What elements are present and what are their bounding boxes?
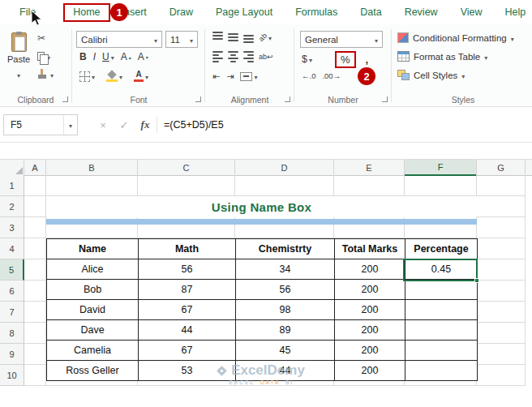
tab-home[interactable]: Home <box>63 3 109 22</box>
row-header-6[interactable]: 6 <box>0 281 24 302</box>
cell-d9[interactable]: 45 <box>236 341 335 361</box>
column-header-e[interactable]: E <box>334 160 405 176</box>
cell-e7[interactable]: 200 <box>335 300 405 320</box>
cell-f6[interactable] <box>405 280 478 300</box>
cell-d7[interactable]: 98 <box>236 300 335 320</box>
font-size-combo[interactable]: 11 <box>165 31 198 48</box>
cell-b7[interactable]: David <box>47 300 139 320</box>
increase-decimal-button[interactable]: ←.0 <box>302 71 315 80</box>
enter-button[interactable]: ✓ <box>115 107 133 143</box>
cell-e10[interactable]: 200 <box>335 361 405 381</box>
fill-color-button[interactable] <box>106 71 122 82</box>
bold-button[interactable]: B <box>79 51 87 62</box>
column-header-a[interactable]: A <box>24 160 46 176</box>
row-header-2[interactable]: 2 <box>0 196 24 217</box>
row-header-1[interactable]: 1 <box>0 175 24 196</box>
cell-e9[interactable]: 200 <box>335 341 405 361</box>
cell-c10[interactable]: 53 <box>139 361 236 381</box>
copy-button[interactable] <box>37 49 50 62</box>
cell-d8[interactable]: 89 <box>236 320 335 341</box>
decrease-decimal-button[interactable]: .00→ <box>322 71 341 80</box>
row-header-5[interactable]: 5 <box>0 259 24 281</box>
column-header-c[interactable]: C <box>138 160 235 176</box>
cell-f8[interactable] <box>405 320 478 341</box>
cell-b10[interactable]: Ross Geller <box>47 361 139 381</box>
tab-draw[interactable]: Draw <box>158 0 204 24</box>
cancel-button[interactable]: × <box>94 107 112 143</box>
cell-b8[interactable]: Dave <box>47 320 139 341</box>
cell-c6[interactable]: 87 <box>139 280 236 300</box>
wrap-text-button[interactable]: ab↩ <box>259 53 273 61</box>
header-math[interactable]: Math <box>139 239 236 259</box>
name-box[interactable]: F5 <box>3 114 78 135</box>
fill-handle[interactable] <box>474 278 479 283</box>
cell-c8[interactable]: 44 <box>139 320 236 341</box>
header-chemistry[interactable]: Chemistrty <box>236 239 335 259</box>
decrease-font-size-button[interactable]: A <box>138 51 148 62</box>
number-format-combo[interactable]: General <box>300 31 383 48</box>
font-name-combo[interactable]: Calibri <box>76 31 162 48</box>
row-header-9[interactable]: 9 <box>0 344 24 365</box>
cell-c7[interactable]: 67 <box>139 300 236 320</box>
row-header-3[interactable]: 3 <box>0 217 24 238</box>
cell-f7[interactable] <box>405 300 478 320</box>
tab-help[interactable]: Help <box>494 0 532 24</box>
cell-b6[interactable]: Bob <box>47 280 139 300</box>
cell-f10[interactable] <box>405 361 478 381</box>
paste-button[interactable]: Paste <box>3 29 34 89</box>
column-header-g[interactable]: G <box>477 160 526 176</box>
formula-input[interactable]: =(C5+D5)/E5 <box>164 107 224 143</box>
percent-style-button[interactable]: % <box>341 54 350 66</box>
cell-f9[interactable] <box>405 341 478 361</box>
merge-center-button[interactable] <box>240 71 257 82</box>
column-header-d[interactable]: D <box>235 160 334 176</box>
align-top-icon[interactable] <box>212 32 223 43</box>
cut-button[interactable]: ✂ <box>37 32 45 45</box>
row-header-4[interactable]: 4 <box>0 238 24 259</box>
cell-styles-button[interactable]: Cell Styles <box>397 70 465 80</box>
dialog-launcher-icon[interactable] <box>62 96 68 102</box>
cell-e5[interactable]: 200 <box>335 259 405 280</box>
select-all-corner[interactable] <box>0 160 24 176</box>
dialog-launcher-icon[interactable] <box>195 96 201 102</box>
row-header-10[interactable]: 10 <box>0 365 24 386</box>
insert-function-button[interactable]: fx <box>136 107 154 143</box>
align-bottom-icon[interactable] <box>243 32 254 43</box>
align-middle-icon[interactable] <box>228 32 238 43</box>
comma-style-button[interactable]: , <box>366 54 369 66</box>
format-painter-button[interactable] <box>37 67 54 80</box>
conditional-formatting-button[interactable]: Conditional Formatting <box>397 32 514 43</box>
underline-button[interactable]: U <box>102 51 114 62</box>
tab-formulas[interactable]: Formulas <box>284 0 349 24</box>
tab-view[interactable]: View <box>449 0 494 24</box>
increase-font-size-button[interactable]: A <box>121 51 131 62</box>
column-header-f[interactable]: F <box>405 160 477 176</box>
cell-b9[interactable]: Camelia <box>47 341 139 361</box>
align-right-icon[interactable] <box>243 51 254 62</box>
cell-d10[interactable]: 44 <box>236 361 335 381</box>
row-header-7[interactable]: 7 <box>0 302 24 323</box>
cell-e6[interactable]: 200 <box>335 280 405 300</box>
accounting-format-button[interactable]: $ <box>302 54 312 65</box>
cell-c9[interactable]: 67 <box>139 341 236 361</box>
cell-b5[interactable]: Alice <box>47 259 139 280</box>
orientation-button[interactable]: ab <box>259 32 272 43</box>
dialog-launcher-icon[interactable] <box>285 96 290 102</box>
tab-data[interactable]: Data <box>349 0 393 24</box>
tab-page-layout[interactable]: Page Layout <box>204 0 284 24</box>
decrease-indent-button[interactable]: ⇤ <box>212 72 220 81</box>
dialog-launcher-icon[interactable] <box>382 96 388 102</box>
row-header-8[interactable]: 8 <box>0 323 24 344</box>
increase-indent-button[interactable]: ⇥ <box>226 72 234 81</box>
tab-review[interactable]: Review <box>393 0 449 24</box>
cell-d6[interactable]: 56 <box>236 280 335 300</box>
font-color-button[interactable]: A <box>134 71 148 82</box>
header-total-marks[interactable]: Total Marks <box>335 239 405 259</box>
header-percentage[interactable]: Percentage <box>405 239 478 259</box>
column-header-b[interactable]: B <box>46 160 138 176</box>
italic-button[interactable]: I <box>93 51 96 62</box>
align-left-icon[interactable] <box>212 51 223 62</box>
cell-c5[interactable]: 56 <box>139 259 236 280</box>
cell-e8[interactable]: 200 <box>335 320 405 341</box>
active-cell-selection[interactable] <box>403 259 478 281</box>
